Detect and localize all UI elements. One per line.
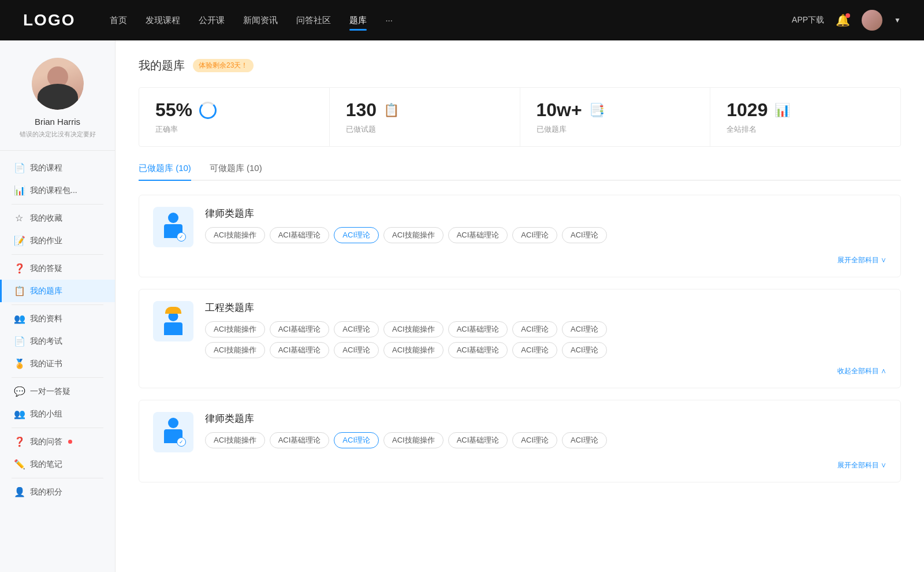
qbank-icon-wrap-1 — [153, 301, 193, 341]
list-icon: 📑 — [589, 103, 605, 118]
tag-0-3[interactable]: ACI技能操作 — [383, 227, 444, 243]
sidebar-item-4[interactable]: ❓我的答疑 — [0, 257, 115, 280]
qbank-icon-wrap-2: ✓ — [153, 412, 193, 452]
lawyer-icon: ✓ — [161, 213, 186, 242]
tag-0-4[interactable]: ACI基础理论 — [448, 227, 508, 243]
sidebar-icon-11: ❓ — [14, 436, 24, 447]
sidebar-label-13: 我的积分 — [30, 487, 62, 497]
avatar — [32, 58, 84, 110]
engineer-icon — [161, 307, 186, 336]
sidebar-item-3[interactable]: 📝我的作业 — [0, 229, 115, 252]
qbank-name-2: 律师类题库 — [205, 412, 886, 425]
tags-row-0: ACI技能操作ACI基础理论ACI理论ACI技能操作ACI基础理论ACI理论AC… — [205, 227, 886, 243]
tag-2-6[interactable]: ACI理论 — [562, 432, 607, 448]
sidebar-item-10[interactable]: 👥我的小组 — [0, 403, 115, 425]
tag-2-0[interactable]: ACI技能操作 — [205, 432, 265, 448]
qbank-header-2: ✓律师类题库ACI技能操作ACI基础理论ACI理论ACI技能操作ACI基础理论A… — [153, 412, 886, 452]
sidebar-item-12[interactable]: ✏️我的笔记 — [0, 453, 115, 476]
tag-1-2[interactable]: ACI理论 — [334, 321, 379, 337]
qbank-icon-wrap-0: ✓ — [153, 207, 193, 247]
tag2-1-4[interactable]: ACI基础理论 — [448, 342, 508, 358]
tag-2-3[interactable]: ACI技能操作 — [383, 432, 444, 448]
tag-1-3[interactable]: ACI技能操作 — [383, 321, 444, 337]
sidebar-item-7[interactable]: 📄我的考试 — [0, 330, 115, 352]
tag2-1-2[interactable]: ACI理论 — [334, 342, 379, 358]
stat-done-top: 130 📋 — [346, 99, 504, 121]
stat-accuracy-value: 55% — [155, 99, 192, 121]
user-avatar[interactable] — [862, 10, 882, 31]
nav-link[interactable]: 发现课程 — [146, 13, 180, 28]
hard-hat-icon — [165, 307, 181, 314]
tag-2-2[interactable]: ACI理论 — [334, 432, 379, 448]
tag-1-6[interactable]: ACI理论 — [562, 321, 607, 337]
expand-link-2[interactable]: 展开全部科目 ∨ — [153, 460, 886, 470]
tab-0[interactable]: 已做题库 (10) — [139, 163, 191, 180]
tag-1-0[interactable]: ACI技能操作 — [205, 321, 265, 337]
tag-0-5[interactable]: ACI理论 — [512, 227, 557, 243]
sidebar-icon-3: 📝 — [14, 235, 24, 246]
sidebar-label-6: 我的资料 — [30, 314, 62, 324]
sidebar: Brian Harris 错误的决定比没有决定要好 📄我的课程📊我的课程包...… — [0, 40, 116, 572]
tag-0-2[interactable]: ACI理论 — [334, 227, 379, 243]
nav-link[interactable]: 首页 — [110, 13, 127, 28]
tag2-1-3[interactable]: ACI技能操作 — [383, 342, 444, 358]
sidebar-label-8: 我的证书 — [30, 359, 62, 369]
check-badge-icon: ✓ — [177, 437, 186, 447]
tag-1-4[interactable]: ACI基础理论 — [448, 321, 508, 337]
tag-0-0[interactable]: ACI技能操作 — [205, 227, 265, 243]
profile-motto: 错误的决定比没有决定要好 — [20, 130, 96, 139]
page-title: 我的题库 — [139, 58, 185, 73]
tabs-row: 已做题库 (10)可做题库 (10) — [139, 163, 901, 181]
app-download-link[interactable]: APP下载 — [792, 15, 824, 25]
nav-link[interactable]: 新闻资讯 — [243, 13, 278, 28]
qbank-name-1: 工程类题库 — [205, 301, 886, 314]
stats-row: 55% 正确率 130 📋 已做试题 10w+ 📑 已做题库 — [139, 87, 901, 147]
sidebar-label-9: 一对一答疑 — [30, 387, 70, 397]
nav-link[interactable]: 公开课 — [199, 13, 225, 28]
collapse-link-1[interactable]: 收起全部科目 ∧ — [153, 366, 886, 376]
sidebar-item-13[interactable]: 👤我的积分 — [0, 481, 115, 503]
tag-1-5[interactable]: ACI理论 — [512, 321, 557, 337]
expand-link-0[interactable]: 展开全部科目 ∨ — [153, 255, 886, 265]
nav-link[interactable]: 问答社区 — [296, 13, 331, 28]
stat-accuracy: 55% 正确率 — [139, 88, 330, 146]
qbank-container: ✓律师类题库ACI技能操作ACI基础理论ACI理论ACI技能操作ACI基础理论A… — [139, 195, 901, 482]
stat-done-label: 已做试题 — [346, 124, 504, 135]
stat-ranking-value: 1029 — [726, 99, 767, 121]
sidebar-profile: Brian Harris 错误的决定比没有决定要好 — [0, 58, 115, 151]
tag2-1-1[interactable]: ACI基础理论 — [270, 342, 330, 358]
nav-link[interactable]: 题库 — [349, 13, 367, 28]
sidebar-item-9[interactable]: 💬一对一答疑 — [0, 380, 115, 403]
tag-2-1[interactable]: ACI基础理论 — [270, 432, 330, 448]
navbar: LOGO 首页发现课程公开课新闻资讯问答社区题库··· APP下载 🔔 ▼ — [0, 0, 924, 40]
sidebar-item-1[interactable]: 📊我的课程包... — [0, 179, 115, 202]
tag2-1-6[interactable]: ACI理论 — [562, 342, 607, 358]
sidebar-item-6[interactable]: 👥我的资料 — [0, 307, 115, 330]
chevron-down-icon[interactable]: ▼ — [894, 16, 901, 24]
tag-1-1[interactable]: ACI基础理论 — [270, 321, 330, 337]
notification-bell-icon[interactable]: 🔔 — [836, 13, 850, 27]
tag2-1-5[interactable]: ACI理论 — [512, 342, 557, 358]
tag-2-5[interactable]: ACI理论 — [512, 432, 557, 448]
nav-link[interactable]: ··· — [385, 13, 393, 28]
sidebar-item-8[interactable]: 🏅我的证书 — [0, 352, 115, 375]
sidebar-icon-0: 📄 — [14, 162, 24, 173]
qbank-name-0: 律师类题库 — [205, 207, 886, 220]
sidebar-item-5[interactable]: 📋我的题库 — [0, 280, 115, 302]
sidebar-item-0[interactable]: 📄我的课程 — [0, 157, 115, 179]
tag-2-4[interactable]: ACI基础理论 — [448, 432, 508, 448]
page-header: 我的题库 体验剩余23天！ — [139, 58, 901, 73]
sidebar-item-2[interactable]: ☆我的收藏 — [0, 207, 115, 229]
sidebar-label-11: 我的问答 — [30, 437, 62, 447]
qbank-right-0: 律师类题库ACI技能操作ACI基础理论ACI理论ACI技能操作ACI基础理论AC… — [205, 207, 886, 243]
tag-0-6[interactable]: ACI理论 — [562, 227, 607, 243]
sidebar-divider — [12, 254, 103, 255]
tag-0-1[interactable]: ACI基础理论 — [270, 227, 330, 243]
bar-icon: 📊 — [774, 103, 790, 118]
stat-ranking-top: 1029 📊 — [726, 99, 884, 121]
tab-1[interactable]: 可做题库 (10) — [210, 163, 262, 180]
logo: LOGO — [23, 11, 75, 29]
sidebar-item-11[interactable]: ❓我的问答 — [0, 430, 115, 453]
tag2-1-0[interactable]: ACI技能操作 — [205, 342, 265, 358]
sidebar-menu: 📄我的课程📊我的课程包...☆我的收藏📝我的作业❓我的答疑📋我的题库👥我的资料📄… — [0, 157, 115, 503]
